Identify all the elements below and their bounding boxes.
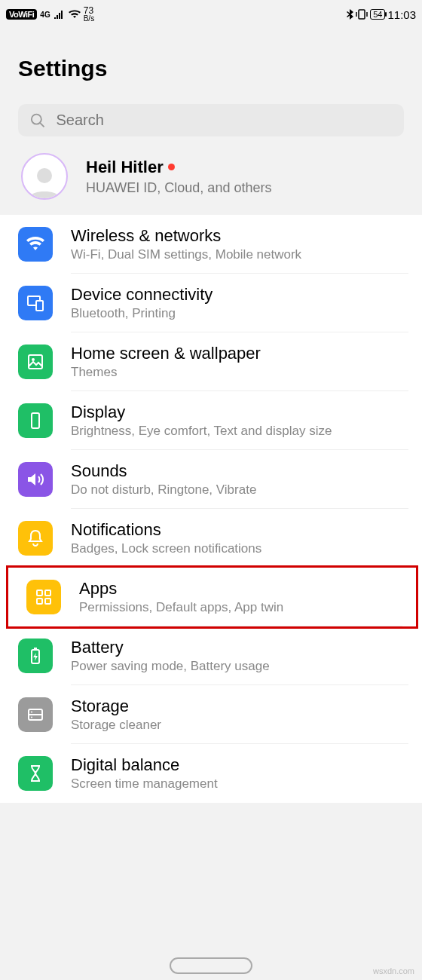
item-subtitle: Brightness, Eye comfort, Text and displa… <box>71 424 408 439</box>
account-name: Heil Hitler <box>86 158 271 177</box>
settings-item-storage[interactable]: StorageStorage cleaner <box>0 685 422 744</box>
settings-item-device[interactable]: Device connectivityBluetooth, Printing <box>0 274 422 332</box>
settings-item-digital[interactable]: Digital balanceScreen time management <box>0 744 422 803</box>
clock: 11:03 <box>387 8 416 21</box>
svg-point-17 <box>31 712 32 713</box>
settings-item-display[interactable]: DisplayBrightness, Eye comfort, Text and… <box>0 391 422 450</box>
svg-rect-8 <box>32 413 39 428</box>
svg-point-18 <box>31 717 32 718</box>
item-title: Sounds <box>71 461 408 481</box>
svg-point-7 <box>32 358 35 361</box>
item-subtitle: Power saving mode, Battery usage <box>71 659 408 674</box>
page-title: Settings <box>0 26 422 104</box>
svg-point-3 <box>37 168 52 183</box>
bluetooth-icon <box>346 9 353 20</box>
status-left: VoWiFi 4G 73 B/s <box>6 6 94 23</box>
account-row[interactable]: Heil Hitler HUAWEI ID, Cloud, and others <box>0 142 422 215</box>
item-title: Notifications <box>71 520 408 540</box>
settings-list: Wireless & networksWi-Fi, Dual SIM setti… <box>0 215 422 803</box>
watermark: wsxdn.com <box>373 966 414 975</box>
svg-rect-12 <box>45 599 50 604</box>
item-title: Display <box>71 403 408 422</box>
item-title: Apps <box>79 579 402 599</box>
svg-rect-5 <box>36 301 43 311</box>
item-subtitle: Bluetooth, Printing <box>71 306 408 321</box>
notification-dot <box>168 164 175 170</box>
svg-rect-11 <box>37 599 42 604</box>
item-subtitle: Badges, Lock screen notifications <box>71 541 408 556</box>
hourglass-icon <box>18 756 53 791</box>
settings-item-wireless[interactable]: Wireless & networksWi-Fi, Dual SIM setti… <box>0 215 422 274</box>
account-sub: HUAWEI ID, Cloud, and others <box>86 180 271 196</box>
svg-rect-6 <box>29 355 42 369</box>
settings-item-home[interactable]: Home screen & wallpaperThemes <box>0 332 422 391</box>
item-title: Battery <box>71 638 408 657</box>
item-subtitle: Screen time management <box>71 776 408 792</box>
item-title: Digital balance <box>71 755 408 775</box>
wifi-icon <box>18 227 53 262</box>
svg-rect-14 <box>34 648 37 650</box>
search-input[interactable] <box>56 112 392 129</box>
item-title: Storage <box>71 697 408 716</box>
item-subtitle: Permissions, Default apps, App twin <box>79 600 402 615</box>
svg-point-1 <box>32 114 41 124</box>
search-icon <box>30 112 45 129</box>
network-type: 4G <box>40 11 50 19</box>
item-subtitle: Wi-Fi, Dual SIM settings, Mobile network <box>71 247 408 262</box>
status-bar: VoWiFi 4G 73 B/s 54 11:03 <box>0 0 422 26</box>
settings-item-notifications[interactable]: NotificationsBadges, Lock screen notific… <box>0 509 422 568</box>
wallpaper-icon <box>18 345 53 379</box>
vibrate-icon <box>356 9 368 20</box>
battery-indicator: 54 <box>370 9 385 20</box>
nav-pill[interactable] <box>170 957 252 974</box>
data-speed: 73 B/s <box>84 6 94 23</box>
device-icon <box>18 286 53 320</box>
status-right: 54 11:03 <box>346 8 416 21</box>
battery-icon <box>18 639 53 673</box>
sound-icon <box>18 462 53 497</box>
bell-icon <box>18 521 53 556</box>
settings-item-battery[interactable]: BatteryPower saving mode, Battery usage <box>0 626 422 685</box>
search-box[interactable] <box>18 104 404 136</box>
svg-rect-0 <box>359 10 365 19</box>
vowifi-badge: VoWiFi <box>6 9 37 20</box>
signal-icon <box>54 10 66 19</box>
settings-item-sounds[interactable]: SoundsDo not disturb, Ringtone, Vibrate <box>0 450 422 509</box>
wifi-icon <box>69 10 81 19</box>
svg-rect-9 <box>37 590 42 596</box>
svg-rect-10 <box>45 590 50 596</box>
item-title: Home screen & wallpaper <box>71 344 408 363</box>
display-icon <box>18 403 53 438</box>
settings-item-apps[interactable]: AppsPermissions, Default apps, App twin <box>6 565 418 629</box>
item-subtitle: Themes <box>71 365 408 380</box>
avatar <box>21 153 68 200</box>
item-subtitle: Do not disturb, Ringtone, Vibrate <box>71 482 408 498</box>
item-subtitle: Storage cleaner <box>71 718 408 733</box>
item-title: Wireless & networks <box>71 226 408 246</box>
item-title: Device connectivity <box>71 285 408 305</box>
svg-line-2 <box>40 122 44 127</box>
apps-icon <box>26 580 61 614</box>
storage-icon <box>18 697 53 732</box>
